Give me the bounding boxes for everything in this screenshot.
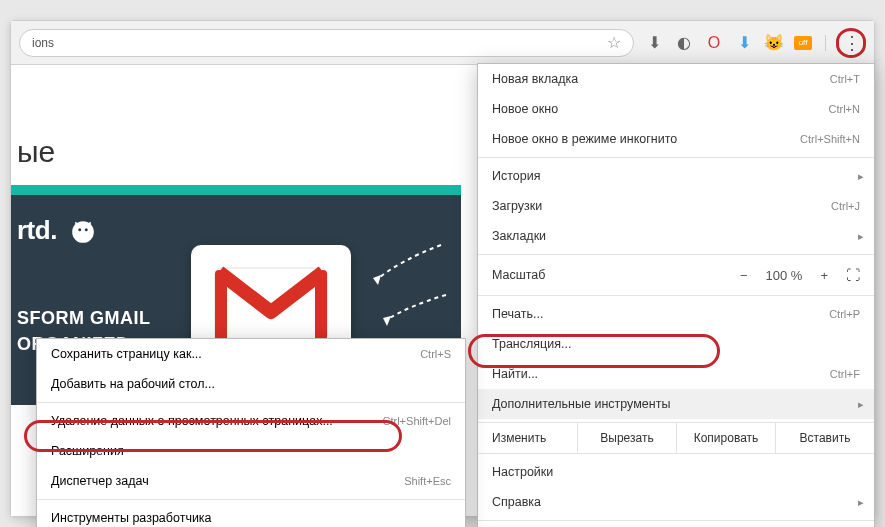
- menu-zoom: Масштаб − 100 % + ⛶: [478, 258, 874, 292]
- menu-settings[interactable]: Настройки: [478, 457, 874, 487]
- menu-find[interactable]: Найти...Ctrl+F: [478, 359, 874, 389]
- svg-rect-5: [315, 270, 327, 342]
- menu-shortcut: Ctrl+P: [829, 308, 860, 320]
- menu-label: Закладки: [492, 229, 860, 243]
- menu-label: История: [492, 169, 860, 183]
- menu-copy[interactable]: Копировать: [677, 423, 776, 453]
- opera-icon[interactable]: O: [704, 33, 724, 53]
- menu-label: Новая вкладка: [492, 72, 830, 86]
- menu-separator: [37, 499, 465, 500]
- menu-downloads[interactable]: ЗагрузкиCtrl+J: [478, 191, 874, 221]
- extension-icon-5[interactable]: 😺: [764, 33, 784, 53]
- menu-label: Найти...: [492, 367, 830, 381]
- menu-label: Диспетчер задач: [51, 474, 404, 488]
- hero-accent-bar: [11, 185, 461, 195]
- menu-cut[interactable]: Вырезать: [578, 423, 677, 453]
- toolbar: ions ☆ ⬇ ◐ O ⬇ 😺 off ⋮: [11, 21, 874, 65]
- submenu-task-manager[interactable]: Диспетчер задачShift+Esc: [37, 466, 465, 496]
- menu-edit-row: Изменить Вырезать Копировать Вставить: [478, 422, 874, 454]
- menu-shortcut: Ctrl+Shift+N: [800, 133, 860, 145]
- main-menu: Новая вкладкаCtrl+T Новое окноCtrl+N Нов…: [477, 63, 875, 527]
- extension-icon-4[interactable]: ⬇: [734, 33, 754, 53]
- menu-shortcut: Shift+Esc: [404, 475, 451, 487]
- menu-new-tab[interactable]: Новая вкладкаCtrl+T: [478, 64, 874, 94]
- menu-history[interactable]: История: [478, 161, 874, 191]
- menu-label: Сохранить страницу как...: [51, 347, 420, 361]
- menu-button-icon[interactable]: ⋮: [843, 32, 859, 54]
- menu-shortcut: Ctrl+Shift+Del: [383, 415, 451, 427]
- menu-shortcut: Ctrl+F: [830, 368, 860, 380]
- zoom-label: Масштаб: [492, 268, 740, 282]
- address-bar[interactable]: ions ☆: [19, 29, 634, 57]
- svg-point-1: [78, 228, 81, 231]
- zoom-controls: − 100 % + ⛶: [740, 267, 860, 283]
- hero-brand: rtd.: [17, 215, 96, 246]
- submenu-extensions[interactable]: Расширения: [37, 436, 465, 466]
- menu-label: Настройки: [492, 465, 860, 479]
- submenu-clear-data[interactable]: Удаление данных о просмотренных страница…: [37, 406, 465, 436]
- menu-shortcut: Ctrl+N: [829, 103, 860, 115]
- menu-separator: [478, 254, 874, 255]
- menu-separator: [478, 295, 874, 296]
- menu-label: Новое окно: [492, 102, 829, 116]
- menu-label: Инструменты разработчика: [51, 511, 451, 525]
- squirrel-icon: [70, 219, 96, 245]
- menu-separator: [478, 520, 874, 521]
- url-text: ions: [32, 36, 54, 50]
- fullscreen-icon[interactable]: ⛶: [846, 267, 860, 283]
- zoom-out-button[interactable]: −: [740, 268, 748, 283]
- menu-label: Трансляция...: [492, 337, 860, 351]
- toolbar-separator: [822, 35, 826, 51]
- menu-print[interactable]: Печать...Ctrl+P: [478, 299, 874, 329]
- highlight-menu-button: ⋮: [836, 28, 866, 58]
- submenu-save-page[interactable]: Сохранить страницу как...Ctrl+S: [37, 339, 465, 369]
- extension-icon-2[interactable]: ◐: [674, 33, 694, 53]
- menu-more-tools[interactable]: Дополнительные инструменты: [478, 389, 874, 419]
- menu-help[interactable]: Справка: [478, 487, 874, 517]
- toolbar-extensions: ⬇ ◐ O ⬇ 😺 off ⋮: [644, 28, 866, 58]
- svg-point-2: [84, 228, 87, 231]
- extension-icon-6[interactable]: off: [794, 36, 812, 50]
- edit-label: Изменить: [478, 423, 578, 453]
- menu-new-window[interactable]: Новое окноCtrl+N: [478, 94, 874, 124]
- menu-separator: [478, 157, 874, 158]
- menu-paste[interactable]: Вставить: [776, 423, 874, 453]
- menu-label: Дополнительные инструменты: [492, 397, 860, 411]
- menu-label: Загрузки: [492, 199, 831, 213]
- menu-shortcut: Ctrl+S: [420, 348, 451, 360]
- zoom-in-button[interactable]: +: [820, 268, 828, 283]
- more-tools-submenu: Сохранить страницу как...Ctrl+S Добавить…: [36, 338, 466, 527]
- menu-bookmarks[interactable]: Закладки: [478, 221, 874, 251]
- menu-label: Удаление данных о просмотренных страница…: [51, 414, 383, 428]
- page-title-fragment: ые: [11, 135, 55, 169]
- menu-label: Печать...: [492, 307, 829, 321]
- svg-point-0: [72, 221, 94, 243]
- menu-cast[interactable]: Трансляция...: [478, 329, 874, 359]
- zoom-value: 100 %: [766, 268, 803, 283]
- star-icon[interactable]: ☆: [607, 33, 621, 52]
- menu-separator: [37, 402, 465, 403]
- menu-incognito[interactable]: Новое окно в режиме инкогнитоCtrl+Shift+…: [478, 124, 874, 154]
- submenu-dev-tools[interactable]: Инструменты разработчика: [37, 503, 465, 527]
- menu-label: Новое окно в режиме инкогнито: [492, 132, 800, 146]
- menu-label: Справка: [492, 495, 860, 509]
- menu-shortcut: Ctrl+J: [831, 200, 860, 212]
- menu-label: Расширения: [51, 444, 451, 458]
- hero-brand-text: rtd.: [17, 215, 57, 245]
- submenu-add-desktop[interactable]: Добавить на рабочий стол...: [37, 369, 465, 399]
- menu-shortcut: Ctrl+T: [830, 73, 860, 85]
- extension-icon-1[interactable]: ⬇: [644, 33, 664, 53]
- hero-line-1: SFORM GMAIL: [17, 305, 151, 331]
- svg-rect-4: [215, 270, 227, 342]
- menu-label: Добавить на рабочий стол...: [51, 377, 451, 391]
